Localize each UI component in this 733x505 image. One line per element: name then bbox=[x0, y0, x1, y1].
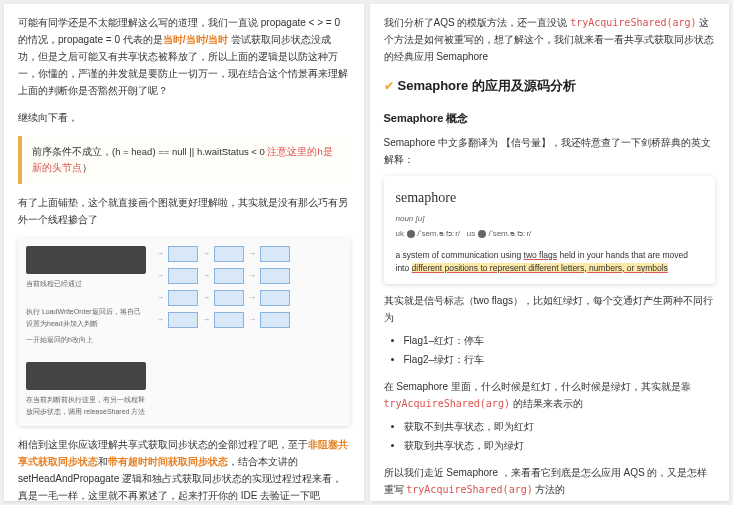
def-underline: two flags bbox=[524, 250, 558, 260]
paragraph: 我们分析了AQS 的模版方法，还一直没说 tryAcquireShared(ar… bbox=[384, 14, 716, 65]
caption: 一开始返回的h改向上 bbox=[26, 334, 146, 346]
highlight-text: 当时/当时/当时 bbox=[163, 34, 229, 45]
speaker-icon[interactable] bbox=[407, 230, 415, 238]
caption: 在当前判断前执行这里，有另一线程释放同步状态，调用 releaseShared … bbox=[26, 394, 146, 418]
code-text: tryAcquireShared(arg) bbox=[384, 398, 510, 409]
box-row: → → → bbox=[156, 268, 342, 284]
paragraph: 可能有同学还是不太能理解这么写的道理，我们一直说 propagate < > =… bbox=[18, 14, 350, 99]
arrow-icon: → bbox=[202, 269, 210, 283]
code-snippet bbox=[26, 246, 146, 274]
paragraph: Semaphore 中文多翻译为 【信号量】，我还特意查了一下剑桥辞典的英文解释… bbox=[384, 134, 716, 168]
arrow-icon: → bbox=[202, 291, 210, 305]
text: 和 bbox=[98, 456, 108, 467]
node-box bbox=[214, 290, 244, 306]
diagram-left-col: 当前线程已经通过 执行 LoadWriteOrder返回后，将自己设置为head… bbox=[26, 246, 146, 417]
page-right: 我们分析了AQS 的模版方法，还一直没说 tryAcquireShared(ar… bbox=[370, 4, 730, 501]
paragraph: 所以我们走近 Semaphore ，来看看它到底是怎么应用 AQS 的，又是怎样… bbox=[384, 464, 716, 498]
arrow-icon: → bbox=[156, 313, 164, 327]
dict-definition: a system of communication using two flag… bbox=[396, 249, 704, 275]
diagram-right-col: → → → → → → → → → → → → bbox=[156, 246, 342, 417]
code-snippet bbox=[26, 362, 146, 390]
node-box bbox=[260, 290, 290, 306]
def-underline: different positions to represent differe… bbox=[412, 263, 668, 273]
caption: 当前线程已经通过 bbox=[26, 278, 146, 290]
speaker-icon[interactable] bbox=[478, 230, 486, 238]
node-box bbox=[260, 246, 290, 262]
node-box bbox=[168, 290, 198, 306]
list-item: 获取到共享状态，即为绿灯 bbox=[404, 437, 716, 454]
note-text: 前序条件不成立，(h = head) == null || h.waitStat… bbox=[32, 146, 267, 157]
text: 的结果来表示的 bbox=[510, 398, 583, 409]
node-box bbox=[260, 312, 290, 328]
arrow-icon: → bbox=[202, 247, 210, 261]
list-item: Flag2–绿灯：行车 bbox=[404, 351, 716, 368]
pron-ipa: /ˈsem.ə.fɔːr/ bbox=[488, 229, 531, 238]
check-icon: ✔ bbox=[384, 79, 394, 93]
node-box bbox=[168, 312, 198, 328]
section-heading: ✔Semaphore 的应用及源码分析 bbox=[384, 75, 716, 97]
list-item: 获取不到共享状态，即为红灯 bbox=[404, 418, 716, 435]
dict-pos: noun [u] bbox=[396, 212, 704, 226]
diagram-image: 当前线程已经通过 执行 LoadWriteOrder返回后，将自己设置为head… bbox=[18, 238, 350, 425]
bullet-list: Flag1–红灯：停车 Flag2–绿灯：行车 bbox=[384, 332, 716, 368]
node-box bbox=[168, 246, 198, 262]
node-box bbox=[214, 246, 244, 262]
note-text: ） bbox=[82, 162, 92, 173]
box-row: → → → bbox=[156, 246, 342, 262]
bullet-list: 获取不到共享状态，即为红灯 获取到共享状态，即为绿灯 bbox=[384, 418, 716, 454]
node-box bbox=[214, 312, 244, 328]
box-row: → → → bbox=[156, 290, 342, 306]
dict-word: semaphore bbox=[396, 186, 704, 210]
text: 方法的 bbox=[533, 484, 566, 495]
paragraph: 继续向下看， bbox=[18, 109, 350, 126]
paragraph: 其实就是信号标志（two flags），比如红绿灯，每个交通灯产生两种不同行为 bbox=[384, 292, 716, 326]
arrow-icon: → bbox=[248, 313, 256, 327]
list-item: Flag1–红灯：停车 bbox=[404, 332, 716, 349]
arrow-icon: → bbox=[156, 291, 164, 305]
pron-label: us bbox=[467, 229, 475, 238]
page-left: 可能有同学还是不太能理解这么写的道理，我们一直说 propagate < > =… bbox=[4, 4, 364, 501]
dict-pronunciation: uk /ˈsem.ə.fɔːr/ us /ˈsem.ə.fɔːr/ bbox=[396, 227, 704, 241]
arrow-icon: → bbox=[248, 269, 256, 283]
def-text: a system of communication using bbox=[396, 250, 524, 260]
note-block: 前序条件不成立，(h = head) == null || h.waitStat… bbox=[18, 136, 350, 184]
arrow-icon: → bbox=[156, 269, 164, 283]
text: 相信到这里你应该理解共享式获取同步状态的全部过程了吧，至于 bbox=[18, 439, 308, 450]
code-text: tryAcquireShared(arg) bbox=[406, 484, 532, 495]
pron-ipa: /ˈsem.ə.fɔːr/ bbox=[417, 229, 460, 238]
paragraph: 在 Semaphore 里面，什么时候是红灯，什么时候是绿灯，其实就是靠 try… bbox=[384, 378, 716, 412]
node-box bbox=[260, 268, 290, 284]
node-box bbox=[214, 268, 244, 284]
box-row: → → → bbox=[156, 312, 342, 328]
arrow-icon: → bbox=[248, 291, 256, 305]
arrow-icon: → bbox=[248, 247, 256, 261]
pron-label: uk bbox=[396, 229, 404, 238]
caption: 执行 LoadWriteOrder返回后，将自己设置为head并加入判断 bbox=[26, 306, 146, 330]
paragraph: 相信到这里你应该理解共享式获取同步状态的全部过程了吧，至于非阻塞共享式获取同步状… bbox=[18, 436, 350, 501]
heading-text: Semaphore 的应用及源码分析 bbox=[398, 78, 576, 93]
dictionary-card: semaphore noun [u] uk /ˈsem.ə.fɔːr/ us /… bbox=[384, 176, 716, 284]
text: 在 Semaphore 里面，什么时候是红灯，什么时候是绿灯，其实就是靠 bbox=[384, 381, 691, 392]
sub-heading: Semaphore 概念 bbox=[384, 109, 716, 128]
arrow-icon: → bbox=[156, 247, 164, 261]
node-box bbox=[168, 268, 198, 284]
code-text: tryAcquireShared(arg) bbox=[570, 17, 696, 28]
arrow-icon: → bbox=[202, 313, 210, 327]
highlight-text: 带有超时时间获取同步状态 bbox=[108, 456, 228, 467]
paragraph: 有了上面铺垫，这个就直接画个图就更好理解啦，其实就是没有那么巧有另外一个线程掺合… bbox=[18, 194, 350, 228]
text: 我们分析了AQS 的模版方法，还一直没说 bbox=[384, 17, 571, 28]
